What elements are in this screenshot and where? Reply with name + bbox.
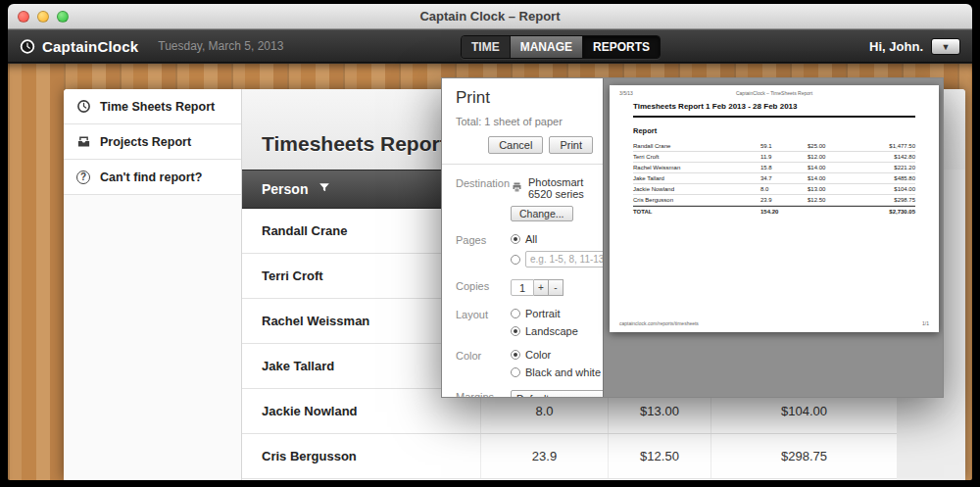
- pages-range-radio[interactable]: [511, 255, 520, 265]
- preview-footer-url: captainclock.com/reports/timesheets: [619, 320, 699, 326]
- destination-label: Destination: [456, 176, 511, 221]
- sidebar-item-timesheets-report[interactable]: Time Sheets Report: [64, 89, 241, 124]
- margins-select[interactable]: Default ▼: [511, 390, 609, 398]
- pages-all-label: All: [525, 233, 537, 245]
- print-controls: Print Total: 1 sheet of paper Cancel Pri…: [442, 78, 603, 397]
- sidebar-item-label: Time Sheets Report: [100, 100, 215, 114]
- app-header: CaptainClock Tuesday, March 5, 2013 TIME…: [8, 29, 972, 63]
- current-date: Tuesday, March 5, 2013: [158, 39, 283, 53]
- chevron-down-icon: ▼: [942, 42, 951, 52]
- window-title: Captain Clock – Report: [8, 4, 972, 29]
- nav-time[interactable]: TIME: [462, 36, 511, 58]
- filter-icon[interactable]: [318, 181, 331, 197]
- preview-amount-cell: $1,477.50: [864, 141, 915, 151]
- preview-name-cell: Rachel Weissman: [633, 163, 760, 172]
- preview-name-cell: Cris Bergusson: [633, 195, 760, 205]
- preview-amount-cell: $104.00: [864, 184, 915, 194]
- page-title: Timesheets Report: [262, 132, 447, 156]
- desktop-background: Time Sheets Report Projects Report Can't…: [8, 64, 972, 480]
- copies-increment-button[interactable]: +: [534, 279, 549, 296]
- chevron-down-icon: ▼: [596, 396, 603, 399]
- layout-portrait-label: Portrait: [525, 308, 560, 319]
- layout-row: Layout Portrait Landscape: [442, 308, 603, 337]
- layout-portrait-radio[interactable]: [511, 309, 520, 318]
- preview-table-row: Terri Croft11.9$12.00$142.80: [633, 152, 915, 163]
- copies-decrement-button[interactable]: -: [549, 279, 564, 296]
- color-color-label: Color: [525, 349, 551, 361]
- layout-landscape-radio[interactable]: [511, 326, 520, 336]
- preview-rate-cell: $14.00: [808, 173, 864, 183]
- user-greeting: Hi, John.: [869, 39, 923, 54]
- user-area: Hi, John. ▼: [869, 38, 960, 55]
- preview-rate-cell: $12.50: [808, 195, 864, 205]
- hours-cell: 23.9: [480, 434, 608, 478]
- pages-label: Pages: [456, 233, 511, 268]
- window-controls: [18, 11, 69, 23]
- copies-row: Copies + -: [442, 279, 603, 296]
- sidebar-item-projects-report[interactable]: Projects Report: [64, 124, 241, 160]
- preview-table: Randall Crane59.1$25.00$1,477.50Terri Cr…: [633, 141, 915, 217]
- user-menu-button[interactable]: ▼: [931, 38, 960, 55]
- pages-row: Pages All: [442, 233, 603, 268]
- preview-hours-cell: 59.1: [760, 141, 808, 151]
- preview-table-row: Jackie Nowland8.0$13.00$104.00: [633, 184, 915, 195]
- color-color-radio[interactable]: [511, 350, 520, 360]
- sidebar-item-cant-find-report[interactable]: Can't find report?: [64, 160, 241, 195]
- preview-rate-cell: $12.00: [808, 152, 864, 162]
- projects-icon: [75, 134, 91, 149]
- preview-name-cell: Jackie Nowland: [633, 184, 760, 194]
- preview-rate-cell: $14.00: [808, 163, 864, 172]
- color-label: Color: [456, 349, 511, 378]
- amount-cell: $298.75: [710, 434, 897, 478]
- preview-table-row: Rachel Weissman15.8$14.00$221.20: [633, 163, 915, 173]
- print-button[interactable]: Print: [549, 136, 593, 154]
- dialog-divider: [442, 164, 603, 165]
- brand-name: CaptainClock: [42, 38, 138, 55]
- nav-manage[interactable]: MANAGE: [511, 36, 583, 58]
- table-row[interactable]: Cris Bergusson23.9$12.50$298.75: [242, 434, 897, 479]
- help-icon: [75, 170, 91, 184]
- print-dialog: Print Total: 1 sheet of paper Cancel Pri…: [441, 77, 944, 398]
- close-button[interactable]: [18, 11, 29, 23]
- layout-landscape-label: Landscape: [525, 325, 578, 337]
- cancel-button[interactable]: Cancel: [488, 136, 543, 154]
- print-preview-pane[interactable]: 3/5/13 CaptainClock – TimeSheets Report …: [603, 78, 943, 397]
- color-row: Color Color Black and white: [442, 349, 603, 378]
- margins-label: Margins: [456, 390, 511, 398]
- margins-selected-value: Default: [516, 393, 549, 398]
- copies-input[interactable]: [511, 279, 534, 296]
- sidebar-item-label: Can't find report?: [100, 170, 202, 184]
- minimize-button[interactable]: [37, 11, 49, 23]
- preview-amount-cell: $2,730.05: [864, 207, 915, 217]
- preview-section-title: Report: [633, 126, 657, 135]
- preview-amount-cell: $485.80: [864, 173, 915, 183]
- preview-table-row: Cris Bergusson23.9$12.50$298.75: [633, 195, 915, 206]
- screen: Captain Clock – Report CaptainClock Tues…: [0, 0, 980, 487]
- printer-icon: [511, 181, 523, 195]
- preview-rate-cell: [808, 207, 864, 217]
- color-bw-label: Black and white: [525, 366, 601, 378]
- color-bw-radio[interactable]: [511, 367, 520, 377]
- preview-page-count: 1/1: [922, 320, 929, 326]
- zoom-button[interactable]: [57, 11, 69, 23]
- change-printer-button[interactable]: Change...: [511, 206, 573, 221]
- pages-all-radio[interactable]: [511, 234, 520, 244]
- mac-window: Captain Clock – Report CaptainClock Tues…: [8, 4, 972, 480]
- printer-name: Photosmart 6520 series: [528, 176, 603, 200]
- app-logo[interactable]: CaptainClock: [20, 36, 138, 57]
- preview-table-row: Randall Crane59.1$25.00$1,477.50: [633, 141, 915, 152]
- preview-amount-cell: $298.75: [864, 195, 915, 205]
- preview-rate-cell: $25.00: [808, 141, 864, 151]
- preview-total-row: TOTAL154.20$2,730.05: [633, 206, 915, 217]
- preview-table-row: Jake Tallard34.7$14.00$485.80: [633, 173, 915, 184]
- preview-hours-cell: 23.9: [760, 195, 808, 205]
- preview-name-cell: Jake Tallard: [633, 173, 760, 183]
- preview-hours-cell: 154.20: [760, 207, 808, 217]
- titlebar: Captain Clock – Report: [8, 4, 972, 29]
- preview-doc-header: CaptainClock – TimeSheets Report: [610, 90, 939, 96]
- layout-label: Layout: [456, 308, 511, 337]
- margins-row: Margins Default ▼: [442, 390, 603, 398]
- clock-logo-icon: [20, 36, 35, 57]
- preview-amount-cell: $142.80: [864, 152, 915, 162]
- nav-reports[interactable]: REPORTS: [583, 36, 660, 58]
